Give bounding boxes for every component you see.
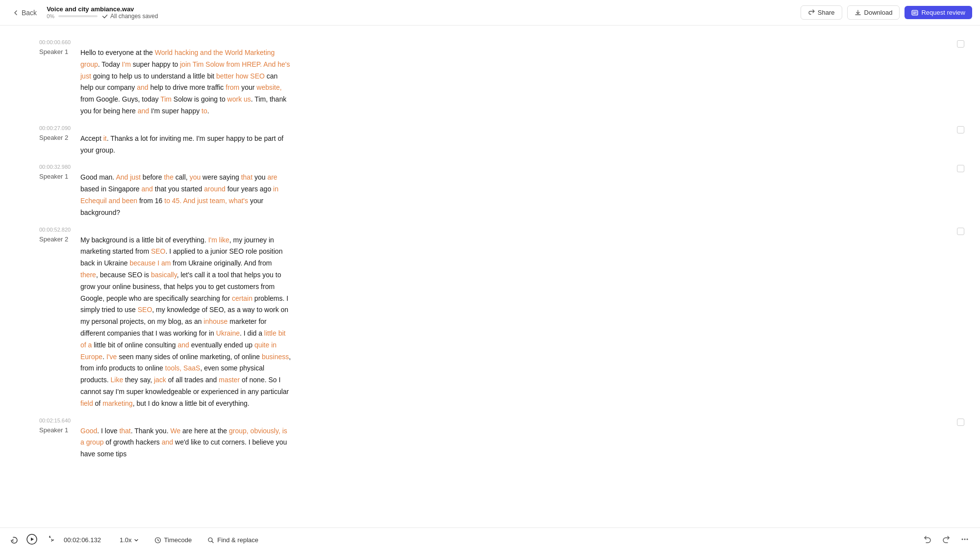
timestamp-4: 00:02:15.640 (39, 418, 951, 423)
highlighted-word: I'm like (208, 236, 229, 244)
highlighted-word: better how SEO (216, 72, 265, 80)
timecode-button[interactable]: Timecode (151, 534, 196, 546)
segment-0: 00:00:00.660Speaker 1Hello to everyone a… (39, 35, 970, 121)
bottom-right (920, 533, 972, 547)
svg-point-5 (964, 539, 966, 540)
highlighted-word: master (219, 376, 240, 384)
transcript-area[interactable]: 00:00:00.660Speaker 1Hello to everyone a… (0, 26, 970, 527)
segment-3: 00:00:52.820Speaker 2My background is a … (39, 223, 970, 414)
find-replace-label: Find & replace (217, 536, 258, 544)
highlighted-word: to (201, 107, 207, 115)
segment-4: 00:02:15.640Speaker 1Good. I love that. … (39, 414, 970, 464)
text-content-3[interactable]: My background is a little bit of everyth… (80, 235, 291, 410)
speaker-label-0: Speaker 1 (39, 47, 75, 55)
redo-button[interactable] (939, 533, 954, 547)
highlighted-word: there (80, 271, 96, 279)
highlighted-word: around (204, 185, 226, 193)
highlighted-word: Tim (160, 95, 172, 103)
speaker-label-3: Speaker 2 (39, 235, 75, 243)
more-options-button[interactable] (957, 533, 972, 547)
segment-checkbox-3[interactable] (957, 228, 964, 235)
download-label: Download (864, 9, 893, 16)
segment-checkbox-2[interactable] (957, 165, 964, 172)
timestamp-2: 00:00:32.980 (39, 164, 951, 170)
speaker-label-2: Speaker 1 (39, 172, 75, 180)
highlighted-word: group, obviously, is a group (80, 427, 287, 447)
segment-checkbox-0[interactable] (957, 40, 964, 48)
play-icon (26, 534, 37, 545)
review-icon (911, 9, 918, 16)
back-label: Back (22, 9, 37, 17)
highlighted-word: that (241, 173, 252, 181)
highlighted-word: marketing (102, 399, 132, 407)
highlighted-word: I'm (122, 60, 131, 68)
request-review-label: Request review (921, 9, 965, 16)
download-button[interactable]: Download (847, 5, 900, 20)
time-display: 00:02:06.132 (64, 536, 108, 544)
highlighted-word: are (267, 173, 277, 181)
highlighted-word: and (138, 107, 149, 115)
speed-label: 1.0x (120, 536, 132, 544)
header-left: Back Voice and city ambiance.wav 0% All … (8, 5, 158, 20)
right-panel (970, 26, 980, 527)
highlighted-word: and (142, 185, 153, 193)
share-icon (808, 9, 815, 16)
highlighted-word: website, (256, 83, 281, 91)
rewind-button[interactable] (8, 534, 21, 547)
find-replace-button[interactable]: Find & replace (203, 534, 262, 546)
undo-icon (923, 535, 932, 544)
speed-button[interactable]: 1.0x (116, 534, 143, 546)
share-label: Share (818, 9, 835, 16)
highlighted-word: and (177, 341, 189, 349)
text-content-1[interactable]: Accept it. Thanks a lot for inviting me.… (80, 133, 291, 157)
highlighted-word: and (162, 438, 173, 446)
play-button[interactable] (25, 532, 39, 548)
speaker-label-1: Speaker 2 (39, 133, 75, 141)
highlighted-word: And just (116, 173, 141, 181)
text-content-0[interactable]: Hello to everyone at the World hacking a… (80, 47, 291, 117)
segment-2: 00:00:32.980Speaker 1Good man. And just … (39, 160, 970, 222)
back-button[interactable]: Back (8, 7, 41, 19)
highlighted-word: business (262, 353, 289, 361)
fast-forward-button[interactable] (43, 534, 56, 547)
highlighted-word: I've (106, 353, 117, 361)
header-right: Share Download Request review (801, 5, 972, 20)
share-button[interactable]: Share (801, 5, 842, 20)
timestamp-3: 00:00:52.820 (39, 227, 951, 233)
highlighted-word: because I am (129, 259, 171, 267)
clock-icon (154, 537, 161, 544)
undo-button[interactable] (920, 533, 935, 547)
highlighted-word: certain (232, 294, 252, 302)
chevron-down-icon (134, 538, 139, 543)
highlighted-word: inhouse (203, 317, 227, 325)
highlighted-word: field (80, 399, 93, 407)
highlighted-word: the (164, 173, 173, 181)
highlighted-word: Like (110, 376, 123, 384)
highlighted-word: basically (151, 271, 177, 279)
highlighted-word: that (119, 427, 130, 435)
timestamp-1: 00:00:27.090 (39, 125, 951, 131)
segment-checkbox-1[interactable] (957, 126, 964, 133)
highlighted-word: Good (80, 427, 97, 435)
highlighted-word: SEO (138, 306, 152, 314)
highlighted-word: tools, SaaS (165, 364, 201, 372)
file-meta: 0% All changes saved (47, 13, 158, 20)
highlighted-word: SEO (151, 247, 166, 255)
segment-checkbox-4[interactable] (957, 419, 964, 426)
fast-forward-icon (45, 536, 54, 545)
download-icon (854, 9, 861, 16)
header: Back Voice and city ambiance.wav 0% All … (0, 0, 980, 26)
file-name: Voice and city ambiance.wav (47, 5, 158, 13)
saved-status: All changes saved (101, 13, 158, 20)
saved-label: All changes saved (110, 13, 158, 20)
segment-1: 00:00:27.090Speaker 2Accept it. Thanks a… (39, 121, 970, 160)
transport-controls (8, 532, 56, 548)
highlighted-word: We (170, 427, 180, 435)
highlighted-word: work us (227, 95, 251, 103)
text-content-2[interactable]: Good man. And just before the call, you … (80, 172, 291, 218)
svg-point-4 (962, 539, 963, 540)
request-review-button[interactable]: Request review (905, 6, 972, 19)
highlighted-word: and (137, 83, 148, 91)
text-content-4[interactable]: Good. I love that. Thank you. We are her… (80, 425, 291, 460)
svg-rect-0 (912, 10, 918, 15)
